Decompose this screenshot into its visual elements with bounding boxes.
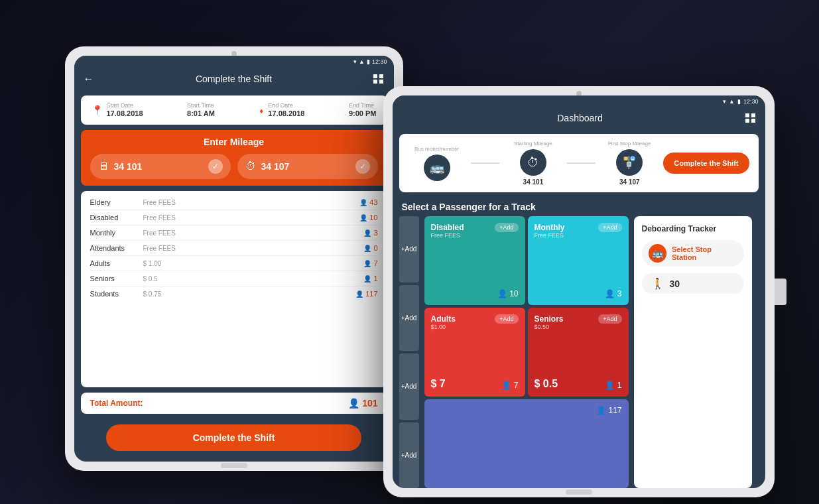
add-disabled-btn[interactable]: +Add [495, 223, 518, 232]
card-adults[interactable]: Adults $1.00 +Add $ 7 👤 7 [424, 308, 525, 397]
total-row: Total Amount: 👤 101 [81, 393, 387, 414]
add-btn-elderly-left[interactable]: +Add [399, 216, 419, 283]
left-add-col: +Add +Add +Add +Add [399, 216, 419, 488]
mileage-start-value: 34 101 [114, 161, 203, 172]
signal-icon: ▲ [359, 58, 365, 65]
grid-icon-left[interactable] [373, 74, 384, 84]
mileage-end-input[interactable]: ⏱ 34 107 ✓ [237, 154, 378, 179]
attendants-count: 👤0 [363, 244, 377, 252]
first-stop-value: 34 107 [619, 178, 640, 186]
odometer-end-icon: ⏱ [245, 160, 256, 172]
adults-card-count: 👤 7 [501, 381, 518, 390]
end-time-item: End Time 9:00 PM [349, 102, 377, 118]
adults-count: 👤7 [363, 259, 377, 267]
seniors-card-count: 👤 1 [605, 381, 621, 390]
mileage-start-input[interactable]: 🖥 34 101 ✓ [90, 154, 231, 179]
mileage-icon-circle: ⏱ [520, 149, 546, 176]
page-title-left: Complete the Shift [196, 74, 272, 84]
first-stop-icon-circle: 🚏 [616, 149, 643, 176]
end-date-value: 17.08.2018 [268, 109, 304, 117]
start-date-item: 📍 Start Date 17.08.2018 [92, 102, 143, 118]
side-button-right[interactable] [775, 279, 787, 305]
passenger-row-attendants: Attendants Free FEES 👤0 [90, 241, 378, 256]
adults-card-name: Adults [431, 314, 456, 324]
card-students-footer: 👤 117 [431, 406, 622, 415]
passenger-row-seniors: Seniors $ 0.5 👤1 [90, 271, 378, 286]
complete-shift-button-left[interactable]: Complete the Shift [106, 424, 362, 451]
students-card-count: 👤 117 [596, 406, 621, 415]
add-btn-attendants-left[interactable]: +Add [399, 353, 419, 420]
adults-name: Adults [90, 259, 143, 267]
start-date-label: Start Date [107, 102, 143, 109]
end-time-label: End Time [349, 102, 377, 109]
card-seniors[interactable]: Seniors $0.50 +Add $ 0.5 👤 1 [528, 308, 629, 397]
card-disabled[interactable]: Disabled Free FEES +Add 👤 10 [424, 216, 525, 305]
date-row-left: 📍 Start Date 17.08.2018 Start Time 8:01 … [81, 95, 387, 125]
card-students[interactable]: 👤 117 [424, 399, 629, 488]
bus-icon-circle: 🚌 [424, 155, 450, 181]
card-monthly-header: Monthly Free FEES +Add [535, 223, 622, 239]
progress-line-2 [567, 162, 596, 164]
complete-shift-button-right[interactable]: Complete the Shift [663, 153, 749, 174]
monthly-count: 👤3 [363, 229, 377, 237]
card-adults-footer: $ 7 👤 7 [431, 378, 519, 390]
status-bar-right: ▾ ▲ ▮ 12:30 [393, 95, 765, 107]
add-btn-students-left[interactable]: +Add [399, 422, 419, 489]
total-label: Total Amount: [90, 399, 143, 408]
stop-station-label: Select Stop Station [672, 245, 737, 261]
end-date-item: ⬧ End Date 17.08.2018 [259, 102, 304, 118]
screen-left: ▾ ▲ ▮ 12:30 ← Complete the Shift [74, 56, 394, 462]
wifi-icon-right: ▾ [723, 98, 726, 105]
home-button-left[interactable] [221, 463, 247, 468]
total-icon: 👤 [348, 398, 359, 409]
step-mileage: Starting Mileage ⏱ 34 101 [505, 141, 562, 186]
passenger-list-left: Eldery Free FEES 👤43 Disabled Free FEES … [81, 191, 387, 387]
step-bus: Bus mobel/number 🚌 [409, 146, 466, 181]
passenger-row-elderly: Eldery Free FEES 👤43 [90, 195, 378, 210]
starting-mileage-value: 34 101 [523, 178, 544, 186]
grid-icon-right[interactable] [745, 113, 756, 123]
starting-mileage-label: Starting Mileage [514, 141, 552, 147]
start-time-label: Start Time [187, 102, 215, 109]
start-time-item: Start Time 8:01 AM [187, 102, 215, 118]
monthly-fee: Free FEES [143, 229, 364, 237]
end-time-value: 9:00 PM [349, 109, 377, 117]
card-monthly[interactable]: Monthly Free FEES +Add 👤 3 [528, 216, 629, 305]
seniors-name: Seniors [90, 275, 143, 283]
mileage-end-value: 34 107 [261, 161, 350, 172]
battery-icon: ▮ [367, 58, 370, 65]
screen-right: ▾ ▲ ▮ 12:30 Dashboard Bus mobel/num [393, 95, 765, 488]
time-left: 12:30 [372, 58, 387, 65]
add-monthly-btn[interactable]: +Add [598, 223, 621, 232]
disabled-card-count: 👤 10 [497, 289, 519, 298]
card-monthly-footer: 👤 3 [535, 289, 622, 298]
adults-price: $ 7 [431, 378, 446, 390]
time-right: 12:30 [743, 98, 759, 105]
add-adults-btn[interactable]: +Add [495, 314, 518, 324]
seniors-count: 👤1 [363, 275, 377, 283]
home-button-right[interactable] [566, 489, 592, 495]
mileage-inputs: 🖥 34 101 ✓ ⏱ 34 107 ✓ [90, 154, 378, 179]
adults-fee: $ 1.00 [143, 260, 364, 267]
check-end-icon: ✓ [355, 159, 370, 174]
card-disabled-header: Disabled Free FEES +Add [431, 223, 519, 239]
progress-line-1 [471, 162, 499, 164]
seniors-fee: $ 0.5 [143, 275, 364, 283]
stop-icon: 🚌 [649, 244, 667, 263]
stop-station-row[interactable]: 🚌 Select Stop Station [642, 240, 744, 267]
mileage-section: Enter Mileage 🖥 34 101 ✓ ⏱ 34 107 ✓ [81, 130, 387, 186]
passenger-row-disabled: Disabled Free FEES 👤10 [90, 210, 378, 225]
progress-row: Bus mobel/number 🚌 Starting Mileage ⏱ 34… [399, 134, 759, 192]
disabled-card-fee: Free FEES [431, 232, 464, 239]
disabled-fee: Free FEES [143, 214, 360, 221]
monthly-card-count: 👤 3 [605, 289, 621, 298]
monthly-card-name: Monthly [535, 223, 565, 232]
total-value: 👤 101 [348, 398, 377, 409]
add-btn-disabled-left[interactable]: +Add [399, 285, 419, 351]
add-seniors-btn[interactable]: +Add [598, 314, 621, 324]
start-time-value: 8:01 AM [187, 109, 215, 117]
seniors-card-name: Seniors [535, 314, 564, 324]
walker-icon: 🚶 [651, 277, 664, 290]
selected-bus-label: Bus mobel/number [414, 146, 459, 152]
back-button[interactable]: ← [84, 73, 94, 85]
